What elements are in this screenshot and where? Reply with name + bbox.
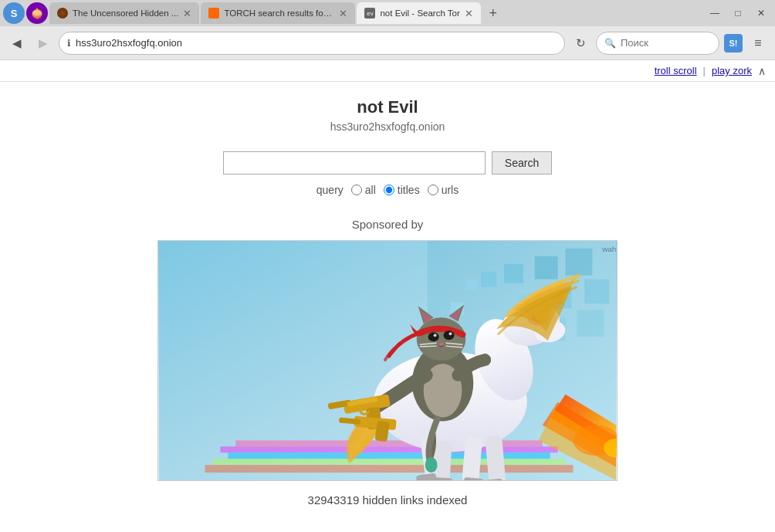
svg-rect-5 [535,256,558,280]
close-button[interactable]: ✕ [750,5,772,22]
svg-rect-18 [212,459,565,465]
option-titles-label[interactable]: titles [384,184,420,196]
tab-close-button[interactable]: ✕ [465,8,473,19]
tab-favicon-torch [208,8,219,19]
tab-label: TORCH search results for: ... [224,8,334,18]
tab-close-button[interactable]: ✕ [183,8,191,19]
site-domain: hss3uro2hsxfogfq.onion [330,120,445,133]
tab-close-button[interactable]: ✕ [339,8,347,19]
svg-line-56 [420,346,437,347]
site-title: not Evil [357,97,418,117]
menu-button[interactable]: ≡ [747,32,769,54]
search-options: query all titles urls [316,184,459,196]
option-urls-text: urls [442,184,459,196]
svg-rect-10 [584,280,609,304]
unicorn-scene: wah [158,241,617,480]
svg-point-66 [425,457,438,473]
search-query-input[interactable] [223,151,486,175]
watermark: wah [601,245,616,253]
url-bar[interactable]: ℹ [59,32,565,55]
refresh-button[interactable]: ↻ [570,32,591,54]
svg-rect-2 [465,280,477,291]
window-controls: — □ ✕ [704,5,772,22]
svg-point-52 [434,334,437,337]
top-links-bar: troll scroll | play zork ∧ [0,60,775,82]
url-input[interactable] [76,37,557,49]
svg-point-51 [444,330,455,340]
option-all-label[interactable]: all [351,184,376,196]
forward-button[interactable]: ▶ [32,32,54,54]
back-button[interactable]: ◀ [6,32,28,54]
svg-point-50 [428,332,439,341]
new-tab-button[interactable]: + [482,2,504,24]
option-all-text: all [365,184,376,196]
browser-search-input[interactable] [621,37,698,49]
stats-text: 32943319 hidden links indexed [308,493,468,507]
svg-rect-3 [481,272,496,287]
tab-label: The Uncensored Hidden ... [73,8,178,18]
scroll-up-icon[interactable]: ∧ [758,65,766,77]
svg-rect-6 [566,249,593,276]
browser-frame: S 🧅 The Uncensored Hidden ... ✕ TORCH se… [0,0,775,532]
troll-scroll-link[interactable]: troll scroll [655,65,697,76]
info-icon[interactable]: ℹ [67,38,71,49]
scene-svg: wah [158,241,617,480]
page-content: not Evil hss3uro2hsxfogfq.onion Search q… [0,82,775,532]
option-all-radio[interactable] [351,185,362,195]
svg-rect-16 [220,446,557,452]
option-urls-label[interactable]: urls [428,184,459,196]
option-titles-text: titles [398,184,420,196]
browser-search-bar[interactable]: 🔍 [596,32,719,55]
sponsor-image: wah [157,240,618,481]
navigation-bar: ◀ ▶ ℹ ↻ 🔍 S! ≡ [0,26,775,60]
tab-torch[interactable]: TORCH search results for: ... ✕ [201,2,355,24]
option-titles-radio[interactable] [384,185,394,195]
search-icon: 🔍 [604,38,616,49]
tab-favicon-onion [57,8,68,19]
svg-rect-19 [205,465,574,473]
svg-rect-14 [577,310,604,337]
tab-favicon-notevil: ev [364,8,375,19]
svg-point-53 [448,332,452,335]
search-button[interactable]: Search [492,151,552,175]
minimize-button[interactable]: — [704,5,726,22]
tab-uncensored[interactable]: The Uncensored Hidden ... ✕ [49,2,199,24]
security-icon[interactable]: 🧅 [26,2,48,24]
tab-notevil[interactable]: ev not Evil - Search Tor ✕ [357,2,480,24]
query-label: query [316,184,344,196]
tab-label: not Evil - Search Tor [380,8,459,18]
title-bar: S 🧅 The Uncensored Hidden ... ✕ TORCH se… [0,0,775,26]
search-form: Search [223,151,552,175]
option-urls-radio[interactable] [428,185,438,195]
separator: | [703,65,706,76]
profile-icon[interactable]: S [3,2,25,24]
sponsored-title: Sponsored by [352,218,424,231]
extension-icon[interactable]: S! [724,34,743,53]
svg-point-45 [417,317,466,361]
play-zork-link[interactable]: play zork [712,65,752,76]
maximize-button[interactable]: □ [727,5,749,22]
svg-rect-4 [504,264,523,283]
